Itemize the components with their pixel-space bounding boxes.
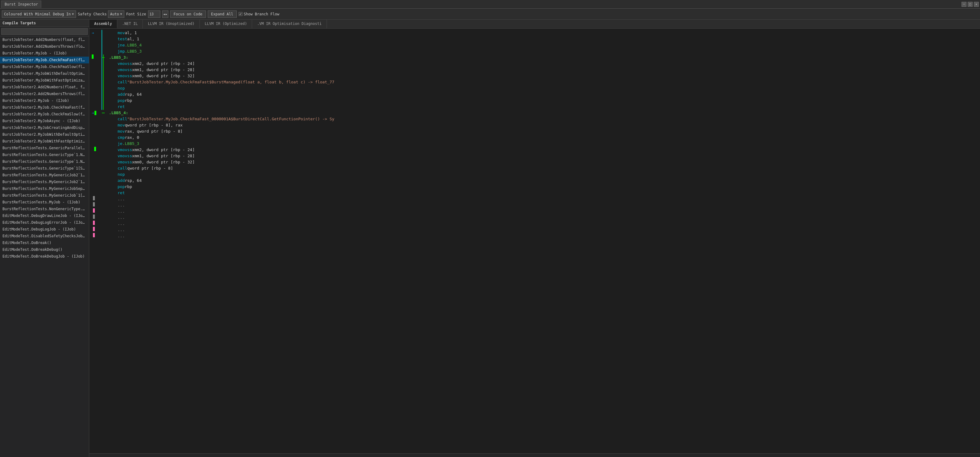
- font-size-arrows[interactable]: ◂▸: [162, 10, 169, 18]
- code-line-14: call "BurstJobTester.MyJob.CheckFmaFast_…: [89, 116, 980, 122]
- sidebar-item-12[interactable]: BurstJobTester2.MyJobAsync - (IJob): [0, 118, 89, 124]
- line-content-3: jmp .LBB5_3: [109, 48, 978, 54]
- code-line-1: test al, 1: [89, 36, 980, 42]
- sidebar-item-1[interactable]: BurstJobTester.Add2NumbersThrows(float, …: [0, 43, 89, 50]
- sidebar-item-4[interactable]: BurstJobTester.MyJob.CheckFmaSlow(float,…: [0, 64, 89, 70]
- line-content-2: jne .LBB5_4: [109, 42, 978, 48]
- show-branch-flow-checkbox[interactable]: ✓: [239, 12, 243, 16]
- sidebar-item-15[interactable]: BurstJobTester2.MyJobWithFastOptimizatio…: [0, 138, 89, 145]
- token-14-0: call: [118, 116, 127, 122]
- sidebar-item-16[interactable]: BurstReflectionTests.GenericParallelForJ…: [0, 145, 89, 151]
- token-28-0: ...: [118, 202, 125, 209]
- maximize-button[interactable]: □: [968, 2, 973, 7]
- sidebar-item-9[interactable]: BurstJobTester2.MyJob - (IJob): [0, 97, 89, 104]
- token-29-0: ...: [118, 209, 125, 215]
- sidebar-item-19[interactable]: BurstReflectionTests.GenericType`1[Syste…: [0, 165, 89, 172]
- code-line-4: .LBB5_3:: [89, 54, 980, 61]
- sidebar-item-10[interactable]: BurstJobTester2.MyJob.CheckFmaFast(float…: [0, 104, 89, 111]
- code-line-3: jmp .LBB5_3: [89, 48, 980, 54]
- title-tab[interactable]: Burst Inspector: [1, 1, 41, 8]
- token-0-0: mov: [118, 30, 125, 36]
- main-layout: Compile Targets BurstJobTester.Add2Numbe…: [0, 20, 980, 457]
- code-line-25: pop rbp: [89, 184, 980, 190]
- code-line-22: call qword ptr [rbp - 8]: [89, 165, 980, 171]
- tab-3[interactable]: LLVM IR (Optimized): [200, 20, 252, 28]
- tab-4[interactable]: .VM IR Optimisation Diagnosti: [252, 20, 327, 28]
- sidebar-list[interactable]: BurstJobTester.Add2Numbers(float, float)…: [0, 36, 89, 457]
- horizontal-scrollbar[interactable]: [89, 453, 980, 457]
- line-content-7: vmovss xmm0, dword ptr [rbp - 32]: [109, 73, 978, 79]
- code-line-26: ret: [89, 190, 980, 196]
- token-9-0: nop: [118, 85, 125, 91]
- line-gutter-19: [92, 147, 103, 151]
- color-mode-dropdown[interactable]: Coloured With Minimal Debug In ▼: [2, 10, 76, 18]
- minimize-button[interactable]: ─: [961, 2, 966, 7]
- sidebar-item-22[interactable]: BurstReflectionTests.MyGenericJobSeparat…: [0, 185, 89, 192]
- token-24-1: rsp, 64: [125, 178, 142, 184]
- block-pink2-icon: [93, 221, 95, 225]
- show-branch-flow-wrapper: ✓ Show Branch Flow: [239, 12, 280, 16]
- sidebar-item-25[interactable]: BurstReflectionTests.NonGenericType.Test…: [0, 205, 89, 212]
- sidebar-item-24[interactable]: BurstReflectionTests.MyJob - (IJob): [0, 199, 89, 205]
- sidebar-item-31[interactable]: EditModeTest.DoBreakDebug(): [0, 246, 89, 253]
- line-gutter-13: →: [92, 110, 103, 116]
- sidebar-item-26[interactable]: EditModeTest.DebugDrawLineJob - (IJob): [0, 212, 89, 219]
- sidebar-item-3[interactable]: BurstJobTester.MyJob.CheckFmaFast(float,…: [0, 57, 89, 64]
- sidebar-item-14[interactable]: BurstJobTester2.MyJobWithDefaultOptimiza…: [0, 131, 89, 138]
- sidebar-item-32[interactable]: EditModeTest.DoBreakDebugJob - (IJob): [0, 253, 89, 260]
- code-area[interactable]: →mov al, 1test al, 1jne .LBB5_4jmp .LBB5…: [89, 29, 980, 453]
- safety-checks-wrapper: Safety Checks Auto ▼: [78, 10, 124, 18]
- sidebar-item-7[interactable]: BurstJobTester2.Add2Numbers(float, float…: [0, 84, 89, 91]
- search-input[interactable]: [1, 28, 88, 35]
- tab-1[interactable]: .NET IL: [117, 20, 143, 28]
- sidebar-item-11[interactable]: BurstJobTester2.MyJob.CheckFmaSlow(float…: [0, 111, 89, 118]
- line-content-30: ...: [109, 215, 978, 221]
- line-gutter-4: [92, 54, 103, 59]
- sidebar-item-23[interactable]: BurstReflectionTests.MyGenericJob`1[Syst…: [0, 192, 89, 199]
- line-gutter-0: →: [92, 30, 103, 36]
- font-size-arrows-icon: ◂▸: [163, 12, 167, 16]
- sidebar-item-28[interactable]: EditModeTest.DebugLogJob - (IJob): [0, 226, 89, 232]
- token-19-1: xmm2, dword ptr [rbp - 24]: [132, 147, 195, 153]
- sidebar-item-0[interactable]: BurstJobTester.Add2Numbers(float, float): [0, 36, 89, 43]
- sidebar-item-5[interactable]: BurstJobTester.MyJobWithDefaultOptimizat…: [0, 70, 89, 77]
- token-18-1: .LBB5_3: [123, 141, 139, 147]
- line-content-12: ret: [109, 104, 978, 110]
- token-22-0: call: [118, 165, 127, 171]
- close-button[interactable]: ✕: [974, 2, 979, 7]
- sidebar-item-13[interactable]: BurstJobTester2.MyJobCreatingAndDisposin…: [0, 124, 89, 131]
- token-21-1: xmm0, dword ptr [rbp - 32]: [132, 159, 195, 165]
- arrow-right-icon: →: [92, 110, 94, 116]
- code-line-21: vmovss xmm0, dword ptr [rbp - 32]: [89, 159, 980, 165]
- line-content-28: ...: [109, 202, 978, 209]
- sidebar-item-17[interactable]: BurstReflectionTests.GenericType`1.Neste…: [0, 151, 89, 158]
- line-content-24: add rsp, 64: [109, 178, 978, 184]
- focus-on-code-button[interactable]: Focus on Code: [170, 10, 206, 18]
- sidebar-item-27[interactable]: EditModeTest.DebugLogErrorJob - (IJob): [0, 219, 89, 226]
- token-20-1: xmm1, dword ptr [rbp - 28]: [132, 153, 195, 159]
- sidebar-item-18[interactable]: BurstReflectionTests.GenericType`1.Neste…: [0, 158, 89, 165]
- arrow-up-icon: →: [92, 30, 94, 36]
- tab-0[interactable]: Assembly: [89, 20, 117, 28]
- code-line-13: →.LBB5_4:: [89, 110, 980, 116]
- token-1-1: al, 1: [127, 36, 139, 42]
- sidebar-item-30[interactable]: EditModeTest.DoBreak(): [0, 239, 89, 246]
- token-8-1: "BurstJobTester.MyJob.CheckFmaFast$Burst…: [127, 79, 334, 85]
- sidebar-item-21[interactable]: BurstReflectionTests.MyGenericJob2`1[Sys…: [0, 178, 89, 185]
- toolbar: Coloured With Minimal Debug In ▼ Safety …: [0, 9, 980, 20]
- safety-checks-dropdown[interactable]: Auto ▼: [108, 10, 124, 18]
- sidebar-item-20[interactable]: BurstReflectionTests.MyGenericJob2`1[Sys…: [0, 172, 89, 178]
- code-line-2: jne .LBB5_4: [89, 42, 980, 48]
- expand-all-button[interactable]: Expand All: [208, 10, 237, 18]
- tab-2[interactable]: LLVM IR (Unoptimized): [143, 20, 200, 28]
- sidebar-item-29[interactable]: EditModeTest.DisabledSafetyChecksJob - (…: [0, 232, 89, 239]
- sidebar-item-8[interactable]: BurstJobTester2.Add2NumbersThrows(float,…: [0, 91, 89, 97]
- line-content-9: nop: [109, 85, 978, 91]
- sidebar-item-2[interactable]: BurstJobTester.MyJob - (IJob): [0, 50, 89, 57]
- sidebar-item-6[interactable]: BurstJobTester.MyJobWithFastOptimization…: [0, 77, 89, 84]
- code-line-30: ...: [89, 215, 980, 221]
- token-3-0: jmp: [118, 48, 125, 54]
- token-3-1: .LBB5_3: [125, 48, 142, 54]
- line-content-5: vmovss xmm2, dword ptr [rbp - 24]: [109, 61, 978, 67]
- font-size-input[interactable]: [148, 10, 161, 18]
